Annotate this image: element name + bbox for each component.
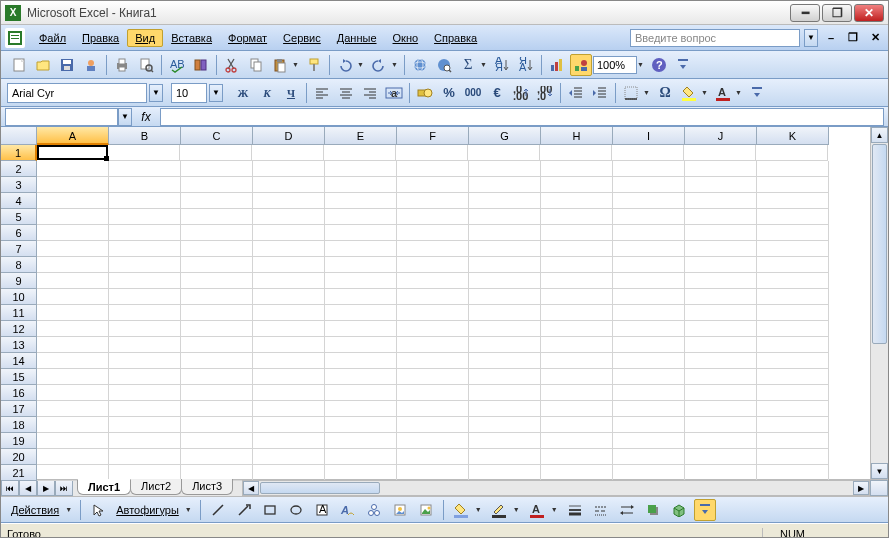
cell-H7[interactable] [541, 241, 613, 257]
cell-K2[interactable] [757, 161, 829, 177]
cell-G11[interactable] [469, 305, 541, 321]
shadow-button[interactable] [642, 499, 664, 521]
borders-button[interactable] [620, 82, 642, 104]
fill-color-draw-button[interactable] [450, 499, 472, 521]
cell-J8[interactable] [685, 257, 757, 273]
align-left-button[interactable] [311, 82, 333, 104]
cell-D7[interactable] [253, 241, 325, 257]
menu-вставка[interactable]: Вставка [163, 29, 220, 47]
cell-A18[interactable] [37, 417, 109, 433]
cell-K14[interactable] [757, 353, 829, 369]
sort-desc-button[interactable]: ЯА [515, 54, 537, 76]
cell-C7[interactable] [181, 241, 253, 257]
cell-G14[interactable] [469, 353, 541, 369]
row-header-2[interactable]: 2 [1, 161, 37, 177]
row-header-8[interactable]: 8 [1, 257, 37, 273]
cell-A3[interactable] [37, 177, 109, 193]
cell-I10[interactable] [613, 289, 685, 305]
paste-button[interactable] [269, 54, 291, 76]
cell-G6[interactable] [469, 225, 541, 241]
font-color-button[interactable]: A [712, 82, 734, 104]
cell-H2[interactable] [541, 161, 613, 177]
scroll-left-button[interactable]: ◀ [243, 481, 259, 495]
oval-button[interactable] [285, 499, 307, 521]
cell-F1[interactable] [396, 145, 468, 161]
cell-F4[interactable] [397, 193, 469, 209]
permission-button[interactable] [80, 54, 102, 76]
cell-B7[interactable] [109, 241, 181, 257]
cell-C4[interactable] [181, 193, 253, 209]
cell-G10[interactable] [469, 289, 541, 305]
cell-C16[interactable] [181, 385, 253, 401]
cell-A4[interactable] [37, 193, 109, 209]
horizontal-scrollbar[interactable]: ◀ ▶ [242, 480, 870, 496]
cell-B13[interactable] [109, 337, 181, 353]
cell-I7[interactable] [613, 241, 685, 257]
cell-C12[interactable] [181, 321, 253, 337]
cell-I13[interactable] [613, 337, 685, 353]
open-button[interactable] [32, 54, 54, 76]
cell-J6[interactable] [685, 225, 757, 241]
cell-E20[interactable] [325, 449, 397, 465]
cell-G1[interactable] [468, 145, 540, 161]
cell-F8[interactable] [397, 257, 469, 273]
cell-A16[interactable] [37, 385, 109, 401]
cell-H3[interactable] [541, 177, 613, 193]
cell-C9[interactable] [181, 273, 253, 289]
font-size-dropdown[interactable]: ▼ [209, 84, 223, 102]
cell-K19[interactable] [757, 433, 829, 449]
cell-J18[interactable] [685, 417, 757, 433]
cell-A8[interactable] [37, 257, 109, 273]
cell-F6[interactable] [397, 225, 469, 241]
format-painter-button[interactable] [303, 54, 325, 76]
3d-button[interactable] [668, 499, 690, 521]
cell-I20[interactable] [613, 449, 685, 465]
cell-B1[interactable] [108, 145, 180, 161]
cell-J5[interactable] [685, 209, 757, 225]
cell-G4[interactable] [469, 193, 541, 209]
cell-E10[interactable] [325, 289, 397, 305]
cell-D2[interactable] [253, 161, 325, 177]
fill-color-dropdown[interactable]: ▼ [701, 89, 711, 96]
menu-справка[interactable]: Справка [426, 29, 485, 47]
workbook-icon[interactable] [5, 28, 25, 48]
cell-A6[interactable] [37, 225, 109, 241]
copy-button[interactable] [245, 54, 267, 76]
cell-D20[interactable] [253, 449, 325, 465]
cell-F14[interactable] [397, 353, 469, 369]
symbol-button[interactable]: Ω [654, 82, 676, 104]
cell-E6[interactable] [325, 225, 397, 241]
formula-input[interactable] [160, 108, 884, 126]
cell-J2[interactable] [685, 161, 757, 177]
cell-F5[interactable] [397, 209, 469, 225]
cell-A14[interactable] [37, 353, 109, 369]
align-right-button[interactable] [359, 82, 381, 104]
cell-I12[interactable] [613, 321, 685, 337]
cell-E13[interactable] [325, 337, 397, 353]
cell-B6[interactable] [109, 225, 181, 241]
cell-I9[interactable] [613, 273, 685, 289]
row-header-15[interactable]: 15 [1, 369, 37, 385]
cells-area[interactable] [37, 145, 870, 479]
cell-G13[interactable] [469, 337, 541, 353]
cell-H17[interactable] [541, 401, 613, 417]
cell-H13[interactable] [541, 337, 613, 353]
menu-вид[interactable]: Вид [127, 29, 163, 47]
column-header-H[interactable]: H [541, 127, 613, 145]
cell-D10[interactable] [253, 289, 325, 305]
cell-G5[interactable] [469, 209, 541, 225]
help-button[interactable]: ? [648, 54, 670, 76]
doc-restore-button[interactable]: ❐ [844, 30, 862, 46]
cell-E9[interactable] [325, 273, 397, 289]
textbox-button[interactable]: A [311, 499, 333, 521]
cell-J21[interactable] [685, 465, 757, 481]
cell-I8[interactable] [613, 257, 685, 273]
cell-J10[interactable] [685, 289, 757, 305]
cell-H15[interactable] [541, 369, 613, 385]
cell-D18[interactable] [253, 417, 325, 433]
cell-C6[interactable] [181, 225, 253, 241]
cell-H12[interactable] [541, 321, 613, 337]
cell-C2[interactable] [181, 161, 253, 177]
column-header-I[interactable]: I [613, 127, 685, 145]
cell-K13[interactable] [757, 337, 829, 353]
